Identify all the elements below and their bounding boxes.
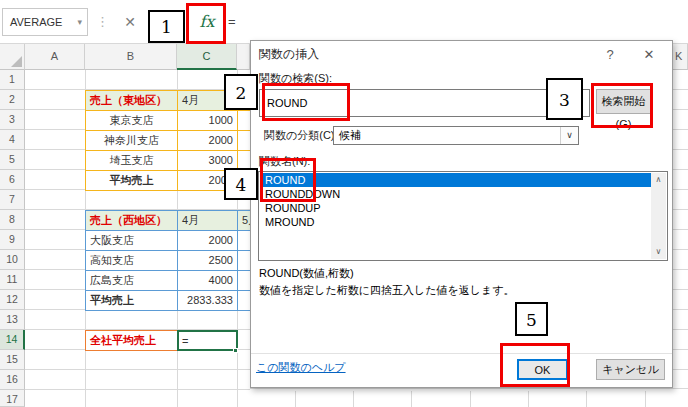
row-header-3[interactable]: 3 bbox=[0, 110, 25, 130]
step-4-badge: 4 bbox=[224, 168, 258, 200]
cell-c14-active[interactable]: = bbox=[177, 330, 238, 351]
cell-c9-value[interactable]: 2000 bbox=[177, 230, 238, 251]
cell-b6-avg-label[interactable]: 平均売上 bbox=[85, 170, 178, 191]
category-label: 関数の分類(C): bbox=[264, 128, 338, 143]
dialog-help-icon[interactable]: ? bbox=[599, 45, 621, 65]
step-1-badge: 1 bbox=[148, 10, 185, 43]
cancel-entry-icon[interactable]: ✕ bbox=[118, 9, 142, 35]
list-scrollbar[interactable]: ∧ ∨ bbox=[651, 173, 666, 259]
row-header-15[interactable]: 15 bbox=[0, 350, 25, 370]
dialog-close-icon[interactable]: ✕ bbox=[636, 45, 662, 65]
cell-d12-sliver[interactable] bbox=[237, 290, 251, 311]
function-item-roundup[interactable]: ROUNDUP bbox=[260, 201, 652, 215]
row-header-11[interactable]: 11 bbox=[0, 270, 25, 290]
select-all-corner[interactable] bbox=[0, 44, 25, 70]
row-header-4[interactable]: 4 bbox=[0, 130, 25, 150]
step-5-badge: 5 bbox=[515, 302, 548, 336]
function-description: 数値を指定した桁数に四捨五入した値を返します。 bbox=[259, 283, 515, 298]
cell-c10-value[interactable]: 2500 bbox=[177, 250, 238, 271]
highlight-search-button bbox=[591, 83, 653, 128]
function-item-round[interactable]: ROUND bbox=[260, 173, 652, 187]
formula-bar-separator-icon: ⋮ bbox=[96, 7, 104, 37]
cell-b14-total-label[interactable]: 全社平均売上 bbox=[85, 330, 178, 351]
column-header-d-sliver[interactable] bbox=[237, 44, 250, 70]
row-header-5[interactable]: 5 bbox=[0, 150, 25, 170]
row-header-17[interactable]: 17 bbox=[0, 390, 25, 407]
column-header-a[interactable]: A bbox=[25, 44, 85, 70]
function-item-mround[interactable]: MROUND bbox=[260, 215, 652, 229]
cell-c3-value[interactable]: 1000 bbox=[177, 110, 238, 131]
step-2-badge: 2 bbox=[224, 74, 258, 110]
cell-c4-value[interactable]: 2000 bbox=[177, 130, 238, 151]
cell-d11-sliver[interactable] bbox=[237, 270, 251, 291]
cancel-button[interactable]: キャンセル bbox=[596, 359, 665, 380]
cell-b4-branch[interactable]: 神奈川支店 bbox=[85, 130, 178, 151]
cell-b2-east-title[interactable]: 売上（東地区） bbox=[85, 90, 178, 111]
row-header-1[interactable]: 1 bbox=[0, 70, 25, 90]
cell-b11-branch[interactable]: 広島支店 bbox=[85, 270, 178, 291]
column-header-k[interactable]: K bbox=[673, 44, 688, 70]
category-dropdown[interactable]: 候補 ∨ bbox=[333, 126, 579, 145]
name-box-value: AVERAGE bbox=[10, 16, 62, 28]
grid-right-strip bbox=[673, 70, 688, 388]
column-header-c[interactable]: C bbox=[177, 44, 237, 70]
highlight-ok-button bbox=[500, 343, 570, 387]
name-box[interactable]: AVERAGE ▾ bbox=[2, 8, 88, 36]
scroll-up-icon[interactable]: ∧ bbox=[651, 173, 666, 187]
row-header-16[interactable]: 16 bbox=[0, 370, 25, 390]
row-header-14[interactable]: 14 bbox=[0, 330, 25, 350]
row-header-10[interactable]: 10 bbox=[0, 250, 25, 270]
formula-input[interactable]: = bbox=[228, 9, 248, 35]
cell-b10-branch[interactable]: 高知支店 bbox=[85, 250, 178, 271]
row-header-7[interactable]: 7 bbox=[0, 190, 25, 210]
row-header-2[interactable]: 2 bbox=[0, 90, 25, 110]
cell-d4-sliver[interactable] bbox=[237, 130, 251, 151]
cell-d3-sliver[interactable] bbox=[237, 110, 251, 131]
step-3-badge: 3 bbox=[546, 78, 583, 120]
function-help-link[interactable]: この関数のヘルプ bbox=[256, 360, 346, 375]
row-header-12[interactable]: 12 bbox=[0, 290, 25, 310]
function-signature: ROUND(数値,桁数) bbox=[259, 266, 354, 281]
cell-d8-month-sliver[interactable]: 5月 bbox=[237, 210, 251, 231]
dialog-separator bbox=[251, 353, 672, 354]
function-list[interactable]: ROUND ROUNDDOWN ROUNDUP MROUND ∧ ∨ bbox=[258, 171, 668, 261]
chevron-down-icon[interactable]: ∨ bbox=[560, 127, 578, 144]
function-item-rounddown[interactable]: ROUNDDOWN bbox=[260, 187, 652, 201]
cell-b3-branch[interactable]: 東京支店 bbox=[85, 110, 178, 131]
cell-b8-west-title[interactable]: 売上（西地区） bbox=[85, 210, 178, 231]
name-box-dropdown-icon[interactable]: ▾ bbox=[77, 9, 82, 35]
cell-b12-avg-label[interactable]: 平均売上 bbox=[85, 290, 178, 311]
cell-b5-branch[interactable]: 埼玉支店 bbox=[85, 150, 178, 171]
highlight-round-item bbox=[260, 158, 316, 202]
row-header-9[interactable]: 9 bbox=[0, 230, 25, 250]
highlight-search-input bbox=[262, 83, 350, 121]
cell-c12-avg-value[interactable]: 2833.333 bbox=[177, 290, 238, 311]
dialog-title: 関数の挿入 bbox=[259, 46, 319, 63]
cell-c11-value[interactable]: 4000 bbox=[177, 270, 238, 291]
scroll-down-icon[interactable]: ∨ bbox=[651, 245, 666, 259]
cell-c8-month[interactable]: 4月 bbox=[177, 210, 238, 231]
row-header-13[interactable]: 13 bbox=[0, 310, 25, 330]
category-value: 候補 bbox=[339, 129, 361, 141]
column-header-b[interactable]: B bbox=[85, 44, 177, 70]
cell-b9-branch[interactable]: 大阪支店 bbox=[85, 230, 178, 251]
highlight-fx-icon bbox=[186, 3, 226, 44]
cell-d10-sliver[interactable] bbox=[237, 250, 251, 271]
cell-d9-sliver[interactable] bbox=[237, 230, 251, 251]
grid-bottom-strip bbox=[250, 388, 688, 407]
formula-bar: AVERAGE ▾ ⋮ ✕ fx = bbox=[0, 0, 688, 44]
fill-handle[interactable] bbox=[233, 348, 238, 353]
row-header-8[interactable]: 8 bbox=[0, 210, 25, 230]
row-header-6[interactable]: 6 bbox=[0, 170, 25, 190]
